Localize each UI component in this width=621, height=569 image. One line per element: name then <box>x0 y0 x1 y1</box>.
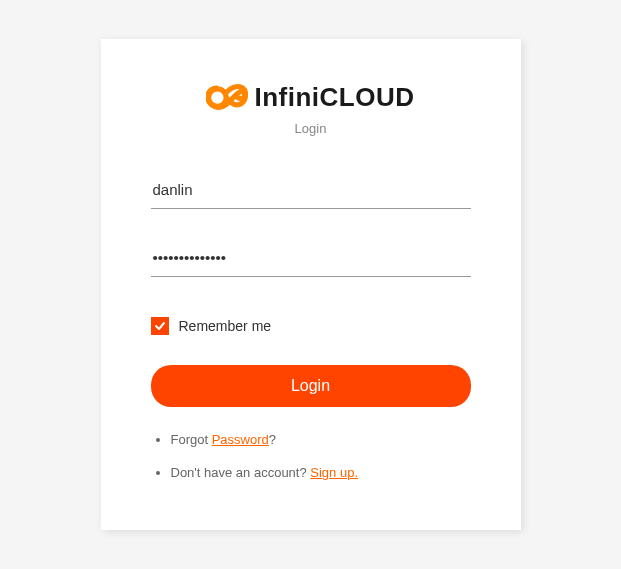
forgot-suffix: ? <box>269 432 276 447</box>
help-links: Forgot Password? Don't have an account? … <box>151 432 471 480</box>
forgot-prefix: Forgot <box>171 432 212 447</box>
brand-name: InfiniCLOUD <box>254 82 414 113</box>
forgot-password-item: Forgot Password? <box>171 432 471 447</box>
login-card: InfiniCLOUD Login Remember me Login Forg… <box>101 39 521 530</box>
signup-link[interactable]: Sign up. <box>310 465 358 480</box>
remember-label: Remember me <box>179 318 272 334</box>
infinity-icon <box>206 79 248 115</box>
password-input[interactable] <box>151 239 471 277</box>
page-subtitle: Login <box>151 121 471 136</box>
login-button[interactable]: Login <box>151 365 471 407</box>
logo-wrap: InfiniCLOUD <box>151 79 471 115</box>
remember-row: Remember me <box>151 317 471 335</box>
username-input[interactable] <box>151 171 471 209</box>
forgot-password-link[interactable]: Password <box>212 432 269 447</box>
signup-prefix: Don't have an account? <box>171 465 311 480</box>
signup-item: Don't have an account? Sign up. <box>171 465 471 480</box>
remember-checkbox[interactable] <box>151 317 169 335</box>
logo-section: InfiniCLOUD Login <box>151 79 471 136</box>
